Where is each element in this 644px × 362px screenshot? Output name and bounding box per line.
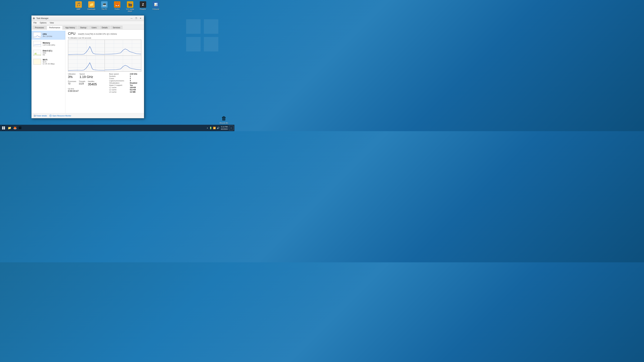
close-button[interactable]: ✕ xyxy=(138,17,143,20)
l3-key: L3 cache: xyxy=(109,91,128,93)
desktop-icon-this-pc[interactable]: 💻 This PC xyxy=(99,1,110,10)
logical-processors-key: Logical processors: xyxy=(109,80,128,82)
sidebar-item-wifi[interactable]: Wi-Fi Wi-Fi S: 0 R: 8.5 Mbps xyxy=(32,57,65,66)
sidebar-item-cpu[interactable]: CPU 3% 1.19 GHz xyxy=(32,31,65,39)
uptime-value: 0:00:03:47 xyxy=(68,90,106,92)
processes-value: 72 xyxy=(68,82,76,85)
wifi-sidebar-detail1: Wi-Fi xyxy=(43,61,64,63)
taskbar-firefox[interactable]: 🦊 xyxy=(12,125,18,131)
cpu-sidebar-detail: 3% 1.19 GHz xyxy=(43,35,64,37)
stat-utilization: Utilization 3% xyxy=(68,73,76,79)
stat-uptime: Up time 0:00:03:47 xyxy=(68,88,106,92)
wifi-sidebar-name: Wi-Fi xyxy=(43,59,64,61)
tab-services[interactable]: Services xyxy=(110,25,123,29)
task-manager-window: ⚙ Task Manager — ❐ ✕ File Options View P… xyxy=(32,15,144,118)
svg-rect-47 xyxy=(2,128,4,129)
svg-rect-48 xyxy=(4,128,5,129)
task-manager-footer: ◀ Fewer details ⟳ Open Resource Monitor xyxy=(32,113,144,118)
desktop-icon-aimp[interactable]: 🎵 AIMP xyxy=(73,1,84,10)
cores-key: Cores: xyxy=(109,77,128,79)
stats-section: Utilization 3% Speed 1.19 GHz Processes … xyxy=(68,73,141,93)
memory-sidebar-name: Memory xyxy=(43,42,64,44)
panel-subtitle: Intel(R) Core(TM) i3-3120M CPU @ 2.50GHz xyxy=(78,33,117,35)
open-resource-monitor-link[interactable]: ⟳ Open Resource Monitor xyxy=(50,115,71,117)
panel-title: CPU xyxy=(68,31,75,36)
disk-sidebar-name: Disk 0 (C:) xyxy=(43,50,64,52)
taskbar-chevron-up[interactable]: ∧ xyxy=(207,127,208,129)
threads-label: Threads xyxy=(79,80,85,82)
taskbar-system-icons: 🔋 📶 🔊 xyxy=(209,127,220,129)
tab-startup[interactable]: Startup xyxy=(78,25,89,29)
l2-val: 512 KB xyxy=(130,89,141,91)
desktop-icon-vlc[interactable]: 🎬 VLC media player xyxy=(124,1,136,12)
disk-sidebar-detail2: 5% xyxy=(43,54,64,56)
taskbar: 📁 🦊 🖼 ∧ 🔋 📶 🔊 5:14 PM 3/2/2024 □ xyxy=(0,125,234,131)
taskbar-file-explorer[interactable]: 📁 xyxy=(7,125,12,131)
tab-performance[interactable]: Performance xyxy=(47,25,63,29)
handles-value: 35405 xyxy=(88,82,97,86)
cpu-info-table: Base speed: 2.50 GHz Sockets: 1 Cores: 2… xyxy=(109,73,141,93)
desktop-icon-privazer[interactable]: Z PrivaZer xyxy=(138,1,148,10)
sidebar-item-disk[interactable]: Disk 0 (C:) HDD 5% xyxy=(32,48,65,57)
taskbar-clock[interactable]: 5:14 PM 3/2/2024 xyxy=(221,126,228,130)
menu-options[interactable]: Options xyxy=(38,21,48,24)
volume-icon: 🔊 xyxy=(217,127,220,129)
uptime-label: Up time xyxy=(68,88,106,90)
threads-value: 1123 xyxy=(79,82,85,85)
l2-key: L2 cache: xyxy=(109,89,128,91)
utilization-label: Utilization xyxy=(68,73,76,75)
base-speed-key: Base speed: xyxy=(109,73,128,75)
performance-sidebar: CPU 3% 1.19 GHz Memory 1. xyxy=(32,29,65,113)
taskbar-right: ∧ 🔋 📶 🔊 5:14 PM 3/2/2024 □ xyxy=(207,126,234,130)
tab-users[interactable]: Users xyxy=(89,25,99,29)
fewer-details-icon: ◀ xyxy=(34,115,36,117)
tab-details[interactable]: Details xyxy=(99,25,110,29)
stats-right: Base speed: 2.50 GHz Sockets: 1 Cores: 2… xyxy=(109,73,141,93)
clock-time: 5:14 PM xyxy=(221,126,228,128)
cpu-sidebar-name: CPU xyxy=(43,33,64,35)
restore-button[interactable]: ❐ xyxy=(134,17,138,20)
task-manager-icon: ⚙ xyxy=(33,17,36,20)
svg-rect-0 xyxy=(186,19,200,34)
window-title: Task Manager xyxy=(36,17,130,19)
cpu-charts-grid: 100% xyxy=(68,39,141,72)
tab-processes[interactable]: Processes xyxy=(32,25,46,29)
desktop-icon-recycle-bin[interactable]: 🗑 Recycle Bin xyxy=(218,115,230,124)
desktop-icon-fxsound[interactable]: 📊 FxSound xyxy=(150,1,161,10)
desktop-icon-firefox[interactable]: 🦊 Firefox xyxy=(112,1,123,10)
battery-icon: 🔋 xyxy=(209,127,212,129)
menu-view[interactable]: View xyxy=(48,21,55,24)
wifi-icon: 📶 xyxy=(213,127,216,129)
cpu-performance-panel: CPU Intel(R) Core(TM) i3-3120M CPU @ 2.5… xyxy=(65,29,144,113)
l1-key: L1 cache: xyxy=(109,86,128,88)
stat-handles: Handles 35405 xyxy=(88,80,97,86)
fewer-details-label: Fewer details xyxy=(36,115,47,117)
utilization-value: 3% xyxy=(68,75,76,79)
start-button[interactable] xyxy=(1,125,6,131)
panel-header: CPU Intel(R) Core(TM) i3-3120M CPU @ 2.5… xyxy=(68,31,141,36)
svg-rect-1 xyxy=(204,19,218,34)
cpu-chart-3 xyxy=(105,56,141,72)
notification-button[interactable]: □ xyxy=(229,126,234,130)
minimize-button[interactable]: — xyxy=(130,17,134,20)
titlebar: ⚙ Task Manager — ❐ ✕ xyxy=(32,15,144,21)
desktop-icon-downloads[interactable]: 📁 Downloads xyxy=(86,1,97,10)
processes-label: Processes xyxy=(68,80,76,82)
menu-file[interactable]: File xyxy=(32,21,38,24)
svg-rect-3 xyxy=(204,37,218,51)
logical-processors-val: 4 xyxy=(130,80,141,82)
desktop-icons: 🎵 AIMP 📁 Downloads 💻 This PC 🦊 Firefox 🎬… xyxy=(73,1,161,12)
svg-rect-45 xyxy=(2,127,4,128)
memory-thumbnail xyxy=(33,41,41,47)
stat-speed: Speed 1.19 GHz xyxy=(80,73,93,79)
fewer-details-link[interactable]: ◀ Fewer details xyxy=(34,115,47,117)
taskbar-unknown[interactable]: 🖼 xyxy=(18,125,22,131)
memory-sidebar-detail: 1.4/7.6 GB (18%) xyxy=(43,44,64,46)
handles-label: Handles xyxy=(88,80,97,82)
hyperv-key: Hyper-V support: xyxy=(109,84,128,86)
disk-sidebar-detail1: HDD xyxy=(43,52,64,54)
tab-app-history[interactable]: App history xyxy=(63,25,78,29)
cpu-thumbnail xyxy=(33,32,41,38)
clock-date: 3/2/2024 xyxy=(221,128,228,130)
sidebar-item-memory[interactable]: Memory 1.4/7.6 GB (18%) xyxy=(32,39,65,48)
